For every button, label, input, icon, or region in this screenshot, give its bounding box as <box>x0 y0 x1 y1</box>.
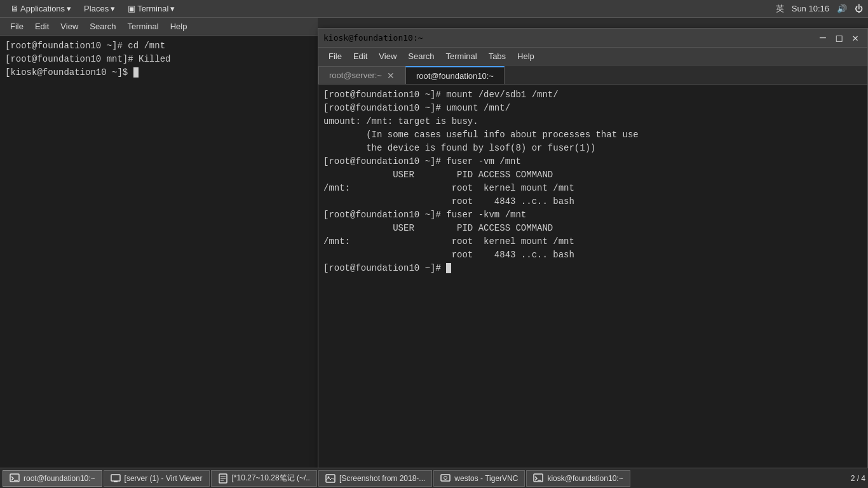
svg-rect-8 <box>326 475 335 482</box>
vnc-icon <box>440 473 451 484</box>
page-indicator: 2 / 4 <box>851 474 865 483</box>
bg-menu-terminal[interactable]: Terminal <box>123 20 164 32</box>
fg-window-title: kiosk@foundation10:~ <box>323 33 423 43</box>
svg-rect-3 <box>114 481 118 482</box>
applications-menu[interactable]: 🖥 Applications ▾ <box>5 3 76 15</box>
svg-rect-2 <box>111 475 120 481</box>
virt-icon <box>111 473 121 484</box>
terminal-label: Terminal <box>137 4 168 13</box>
taskbar-item-2[interactable]: [*10.27~10.28笔记 (~/.. <box>211 470 317 487</box>
minimize-button[interactable]: ─ <box>816 33 830 43</box>
tab-server-close[interactable]: ✕ <box>387 71 395 81</box>
bg-menu-edit[interactable]: Edit <box>30 20 54 32</box>
taskbar-right: 2 / 4 <box>851 474 865 483</box>
bg-terminal: File Edit View Search Terminal Help [roo… <box>0 18 318 475</box>
system-bar: 🖥 Applications ▾ Places ▾ ▣ Terminal ▾ 英… <box>0 0 868 18</box>
bg-menu-view[interactable]: View <box>55 20 83 32</box>
terminal-menu[interactable]: ▣ Terminal ▾ <box>123 3 180 15</box>
taskbar-label-2: [*10.27~10.28笔记 (~/.. <box>232 473 310 484</box>
fg-menu-view[interactable]: View <box>374 50 402 62</box>
fg-titlebar: kiosk@foundation10:~ ─ □ ✕ <box>318 29 867 48</box>
applications-icon: 🖥 <box>10 4 18 13</box>
tab-server-label: root@server:~ <box>329 71 382 80</box>
taskbar-label-0: root@foundation10:~ <box>24 474 95 483</box>
fg-menu-search[interactable]: Search <box>403 50 439 62</box>
places-label: Places <box>84 4 109 13</box>
bg-menu-file[interactable]: File <box>5 20 29 32</box>
lang-indicator[interactable]: 英 <box>776 3 784 15</box>
taskbar-item-3[interactable]: [Screenshot from 2018-... <box>318 470 432 487</box>
power-icon[interactable]: ⏻ <box>855 4 863 13</box>
taskbar-item-0[interactable]: root@foundation10:~ <box>3 470 102 487</box>
places-arrow: ▾ <box>111 4 115 13</box>
places-menu[interactable]: Places ▾ <box>79 3 120 15</box>
terminal-icon-0 <box>10 473 20 484</box>
taskbar-label-1: [server (1) - Virt Viewer <box>125 474 203 483</box>
fg-title-controls: ─ □ ✕ <box>816 33 862 43</box>
terminal-arrow: ▾ <box>170 4 175 13</box>
svg-point-11 <box>444 476 447 479</box>
bg-menu-search[interactable]: Search <box>85 20 121 32</box>
sys-bar-right: 英 Sun 10:16 🔊 ⏻ <box>776 3 863 15</box>
close-button[interactable]: ✕ <box>848 33 862 43</box>
taskbar-label-4: westos - TigerVNC <box>454 474 518 483</box>
taskbar-label-3: [Screenshot from 2018-... <box>339 474 425 483</box>
terminal-icon-5 <box>533 473 543 484</box>
maximize-button[interactable]: □ <box>832 33 846 43</box>
fg-menu-terminal[interactable]: Terminal <box>441 50 482 62</box>
bg-terminal-content[interactable]: [root@foundation10 ~]# cd /mnt [root@fou… <box>0 36 318 475</box>
clock: Sun 10:16 <box>792 4 829 13</box>
taskbar-item-1[interactable]: [server (1) - Virt Viewer <box>104 470 210 487</box>
fg-menu-tabs[interactable]: Tabs <box>484 50 511 62</box>
tab-foundation-label: root@foundation10:~ <box>416 71 494 81</box>
bg-terminal-menubar: File Edit View Search Terminal Help <box>0 18 318 36</box>
taskbar-label-5: kiosk@foundation10:~ <box>547 474 623 483</box>
image-icon <box>325 473 336 484</box>
volume-icon[interactable]: 🔊 <box>837 4 847 13</box>
sys-bar-left: 🖥 Applications ▾ Places ▾ ▣ Terminal ▾ <box>5 3 180 15</box>
tab-foundation[interactable]: root@foundation10:~ <box>405 66 505 84</box>
fg-terminal: kiosk@foundation10:~ ─ □ ✕ File Edit Vie… <box>318 28 868 488</box>
fg-tabs: root@server:~ ✕ root@foundation10:~ <box>318 65 867 85</box>
applications-label: Applications <box>20 4 65 13</box>
editor-icon <box>218 473 228 484</box>
fg-menu-file[interactable]: File <box>323 50 347 62</box>
tab-server[interactable]: root@server:~ ✕ <box>318 66 405 84</box>
applications-arrow: ▾ <box>67 4 71 13</box>
bg-menu-help[interactable]: Help <box>165 20 193 32</box>
taskbar-item-4[interactable]: westos - TigerVNC <box>433 470 525 487</box>
taskbar: root@foundation10:~ [server (1) - Virt V… <box>0 468 868 488</box>
fg-terminal-content[interactable]: [root@foundation10 ~]# mount /dev/sdb1 /… <box>318 85 867 487</box>
taskbar-item-5[interactable]: kiosk@foundation10:~ <box>526 470 630 487</box>
terminal-icon: ▣ <box>128 4 135 13</box>
fg-menu-edit[interactable]: Edit <box>348 50 372 62</box>
fg-menu-help[interactable]: Help <box>512 50 539 62</box>
svg-rect-10 <box>441 475 450 481</box>
fg-menubar: File Edit View Search Terminal Tabs Help <box>318 48 867 65</box>
